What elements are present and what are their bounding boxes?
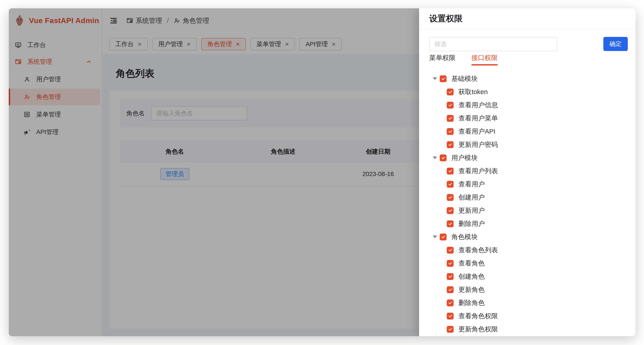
checkbox-checked-icon[interactable] (440, 154, 446, 161)
permission-tree: 基础模块 获取token 查看用户信息 查看用户菜单 查看用户API 更新用户密… (419, 72, 636, 336)
checkbox-checked-icon[interactable] (440, 234, 446, 240)
caret-down-icon[interactable] (433, 236, 437, 238)
checkbox-checked-icon[interactable] (447, 128, 454, 135)
tree-node-更新用户密码[interactable]: 更新用户密码 (419, 138, 636, 151)
drawer-title: 设置权限 (419, 8, 636, 29)
tree-node-查看角色列表[interactable]: 查看角色列表 (419, 243, 636, 257)
checkbox-checked-icon[interactable] (447, 102, 454, 109)
tree-node-用户模块[interactable]: 用户模块 (419, 151, 636, 164)
confirm-button[interactable]: 确定 (603, 37, 628, 51)
checkbox-checked-icon[interactable] (447, 286, 454, 293)
tree-node-更新用户[interactable]: 更新用户 (419, 204, 636, 217)
app-window: Vue FastAPI Admin 工作台 系统管理 用户管理 角色管理 菜单管… (9, 8, 636, 336)
caret-down-icon[interactable] (433, 156, 437, 159)
checkbox-checked-icon[interactable] (447, 181, 454, 188)
checkbox-checked-icon[interactable] (447, 194, 454, 201)
tree-node-基础模块[interactable]: 基础模块 (419, 72, 636, 85)
checkbox-checked-icon[interactable] (447, 247, 454, 254)
checkbox-checked-icon[interactable] (447, 115, 454, 122)
tree-node-删除用户[interactable]: 删除用户 (419, 217, 636, 230)
tree-node-查看用户API[interactable]: 查看用户API (419, 125, 636, 138)
filter-input[interactable] (429, 37, 557, 51)
checkbox-checked-icon[interactable] (447, 168, 454, 174)
checkbox-checked-icon[interactable] (447, 299, 454, 306)
checkbox-checked-icon[interactable] (447, 141, 454, 148)
permission-tab-菜单权限[interactable]: 菜单权限 (429, 53, 456, 66)
checkbox-checked-icon[interactable] (447, 260, 454, 267)
permission-tabs: 菜单权限接口权限 (429, 53, 498, 66)
checkbox-checked-icon[interactable] (440, 75, 446, 82)
checkbox-checked-icon[interactable] (447, 207, 454, 214)
tree-node-查看用户[interactable]: 查看用户 (419, 178, 636, 191)
checkbox-checked-icon[interactable] (447, 273, 454, 280)
checkbox-checked-icon[interactable] (447, 313, 454, 319)
tree-node-创建用户[interactable]: 创建用户 (419, 191, 636, 204)
tree-node-创建角色[interactable]: 创建角色 (419, 270, 636, 283)
checkbox-checked-icon[interactable] (447, 326, 454, 333)
tree-node-查看角色[interactable]: 查看角色 (419, 257, 636, 270)
checkbox-checked-icon[interactable] (447, 220, 454, 227)
set-permissions-drawer: 设置权限 确定 菜单权限接口权限 基础模块 获取token 查看用户信息 查看用… (419, 8, 636, 336)
checkbox-checked-icon[interactable] (447, 89, 454, 95)
tree-node-查看用户信息[interactable]: 查看用户信息 (419, 98, 636, 112)
permission-tab-接口权限[interactable]: 接口权限 (471, 53, 498, 66)
tree-node-删除角色[interactable]: 删除角色 (419, 296, 636, 309)
tree-node-角色模块[interactable]: 角色模块 (419, 230, 636, 243)
caret-down-icon[interactable] (433, 77, 437, 80)
tree-node-查看角色权限[interactable]: 查看角色权限 (419, 309, 636, 322)
tree-node-查看用户列表[interactable]: 查看用户列表 (419, 164, 636, 178)
tree-node-更新角色权限[interactable]: 更新角色权限 (419, 322, 636, 336)
tree-node-获取token[interactable]: 获取token (419, 85, 636, 98)
tree-node-查看用户菜单[interactable]: 查看用户菜单 (419, 112, 636, 125)
tree-node-更新角色[interactable]: 更新角色 (419, 283, 636, 296)
